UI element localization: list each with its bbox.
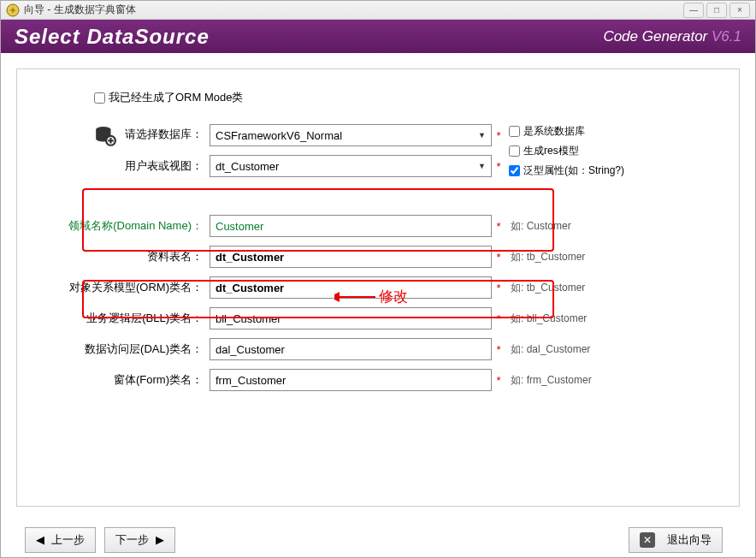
required-star: *: [492, 374, 505, 387]
prev-button[interactable]: ◀ 上一步: [25, 527, 96, 553]
hint: 如: tb_Customer: [505, 250, 585, 264]
table-name-row: 资料表名： dt_Customer * 如: tb_Customer: [43, 246, 713, 268]
side-options: 是系统数据库 生成res模型 泛型属性(如：String?): [509, 124, 624, 178]
prev-arrow-icon: ◀: [36, 533, 44, 546]
table-label: 用户表或视图：: [43, 158, 210, 174]
form-panel: 我已经生成了ORM Mode类 请选择数据库： CSFrameworkV6_No…: [16, 68, 740, 507]
orm-generated-checkbox-row: 我已经生成了ORM Mode类: [94, 90, 713, 105]
sysdb-checkbox[interactable]: [509, 126, 520, 137]
database-icon: [94, 126, 116, 145]
resmodel-checkbox[interactable]: [509, 145, 520, 157]
table-combo[interactable]: dt_Customer: [210, 155, 492, 177]
required-star: *: [492, 312, 505, 325]
table-name-input[interactable]: dt_Customer: [210, 246, 492, 268]
orm-class-row: 对象关系模型(ORM)类名： dt_Customer * 如: tb_Custo…: [43, 276, 713, 299]
required-star: *: [492, 220, 505, 233]
domain-input[interactable]: Customer: [210, 215, 492, 237]
dal-class-input[interactable]: dal_Customer: [210, 338, 492, 360]
generic-checkbox[interactable]: [509, 165, 520, 176]
label: 对象关系模型(ORM)类名：: [43, 280, 210, 295]
titlebar: 向导 - 生成数据字典窗体 — □ ×: [1, 1, 755, 20]
product-label: Code Generator V6.1: [603, 28, 741, 45]
orm-generated-label: 我已经生成了ORM Mode类: [109, 90, 243, 105]
hint: 如: frm_Customer: [505, 373, 592, 388]
close-icon: ✕: [640, 532, 655, 548]
footer: ◀ 上一步 下一步 ▶ ✕ 退出向导: [1, 522, 755, 557]
label: 资料表名：: [43, 249, 210, 264]
dal-class-row: 数据访问层(DAL)类名： dal_Customer * 如: dal_Cust…: [43, 338, 713, 360]
hero-banner: Select DataSource Code Generator V6.1: [1, 20, 755, 53]
domain-label: 领域名称(Domain Name)：: [43, 218, 210, 234]
hint: 如: bll_Customer: [505, 312, 587, 326]
minimize-button[interactable]: —: [683, 3, 704, 18]
domain-hint: 如: Customer: [505, 219, 571, 234]
resmodel-checkbox-row[interactable]: 生成res模型: [509, 144, 624, 158]
content-area: 我已经生成了ORM Mode类 请选择数据库： CSFrameworkV6_No…: [1, 53, 755, 522]
bll-class-row: 业务逻辑层(BLL)类名： bll_Customer * 如: bll_Cust…: [43, 307, 713, 329]
generic-checkbox-row[interactable]: 泛型属性(如：String?): [509, 163, 624, 178]
sysdb-checkbox-row[interactable]: 是系统数据库: [509, 124, 624, 139]
maximize-button[interactable]: □: [706, 3, 727, 18]
label: 窗体(Form)类名：: [43, 372, 210, 388]
bll-class-input[interactable]: bll_Customer: [210, 307, 492, 329]
form-class-row: 窗体(Form)类名： frm_Customer * 如: frm_Custom…: [43, 369, 713, 391]
app-icon: [6, 3, 20, 17]
hint: 如: dal_Customer: [505, 342, 590, 357]
hint: 如: tb_Customer: [505, 281, 585, 295]
label: 数据访问层(DAL)类名：: [43, 341, 210, 357]
label: 业务逻辑层(BLL)类名：: [43, 311, 210, 326]
next-arrow-icon: ▶: [156, 533, 164, 546]
page-title: Select DataSource: [15, 25, 210, 49]
required-star: *: [492, 251, 505, 264]
exit-button[interactable]: ✕ 退出向导: [629, 527, 723, 553]
close-button[interactable]: ×: [729, 3, 750, 18]
required-star: *: [492, 129, 505, 142]
window-controls: — □ ×: [683, 3, 750, 18]
domain-row: 领域名称(Domain Name)： Customer * 如: Custome…: [43, 215, 713, 237]
required-star: *: [492, 343, 505, 356]
form-class-input[interactable]: frm_Customer: [210, 369, 492, 391]
next-button[interactable]: 下一步 ▶: [104, 527, 175, 553]
required-star: *: [492, 160, 505, 173]
orm-class-input[interactable]: dt_Customer: [210, 276, 492, 299]
orm-generated-checkbox[interactable]: [94, 92, 105, 104]
window-title: 向导 - 生成数据字典窗体: [24, 3, 683, 17]
required-star: *: [492, 282, 505, 294]
wizard-window: 向导 - 生成数据字典窗体 — □ × Select DataSource Co…: [0, 0, 756, 558]
database-combo[interactable]: CSFrameworkV6_Normal: [210, 124, 492, 146]
database-label-cell: 请选择数据库：: [43, 126, 210, 145]
